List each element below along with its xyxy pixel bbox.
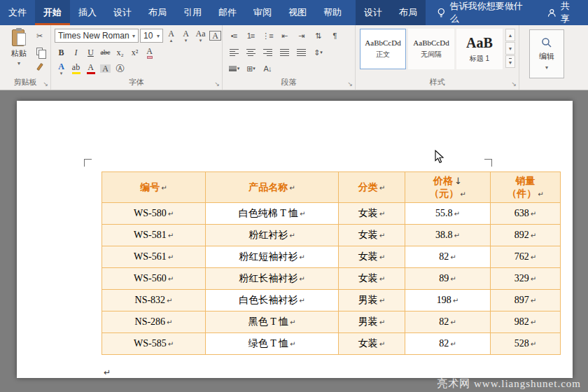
superscript-button[interactable]: x²: [128, 46, 141, 59]
styles-dialog-launcher-icon[interactable]: ↘: [511, 81, 517, 88]
col-header-category[interactable]: 分类↵: [339, 172, 405, 203]
cell[interactable]: 89↵: [405, 268, 491, 290]
bold-button[interactable]: B: [55, 46, 68, 59]
cell[interactable]: 白色纯棉 T 恤↵: [206, 203, 339, 225]
gallery-scroll-up-button[interactable]: ▴: [505, 29, 515, 41]
cell[interactable]: 绿色 T 恤↵: [206, 333, 339, 355]
share-button[interactable]: 共享: [538, 0, 588, 25]
tab-insert[interactable]: 插入: [70, 0, 105, 25]
cell[interactable]: 982↵: [491, 312, 561, 333]
col-header-product[interactable]: 产品名称↵: [206, 172, 339, 203]
text-effects-button[interactable]: A ▾: [55, 62, 68, 76]
cell[interactable]: 762↵: [491, 246, 561, 268]
cell[interactable]: WS-581↵: [102, 225, 206, 246]
paragraph-dialog-launcher-icon[interactable]: ↘: [347, 81, 353, 88]
tab-home[interactable]: 开始: [35, 0, 70, 25]
tab-review[interactable]: 审阅: [245, 0, 280, 25]
cell[interactable]: NS-286↵: [102, 312, 206, 333]
cell[interactable]: 897↵: [491, 290, 561, 312]
change-case-button[interactable]: Aa ▾: [194, 29, 207, 43]
align-right-button[interactable]: [260, 46, 274, 59]
style-normal[interactable]: AaBbCcDd 正文: [360, 29, 406, 69]
style-no-spacing[interactable]: AaBbCcDd 无间隔: [408, 29, 454, 69]
cell[interactable]: 892↵: [491, 225, 561, 246]
copy-button[interactable]: [33, 45, 46, 58]
character-border-button[interactable]: A: [209, 29, 222, 43]
cell[interactable]: 82↵: [405, 312, 491, 333]
subscript-button[interactable]: x₂: [113, 46, 127, 59]
cell[interactable]: 粉红衬衫↵: [206, 225, 339, 246]
multilevel-list-button[interactable]: ⋮≡: [260, 29, 274, 43]
shrink-font-button[interactable]: A ▾: [179, 29, 192, 43]
align-center-button[interactable]: [244, 46, 258, 59]
tab-layout[interactable]: 布局: [140, 0, 175, 25]
cell[interactable]: WS-560↵: [102, 268, 206, 290]
decrease-indent-button[interactable]: ⇤: [277, 29, 291, 43]
tab-help[interactable]: 帮助: [315, 0, 350, 25]
style-heading-1[interactable]: AaB 标题 1: [456, 29, 503, 69]
bullets-button[interactable]: •≡: [227, 29, 241, 43]
cell[interactable]: WS-561↵: [102, 246, 206, 268]
show-marks-button[interactable]: ¶: [328, 29, 342, 43]
tab-file[interactable]: 文件: [0, 0, 35, 25]
cell[interactable]: NS-832↵: [102, 290, 206, 312]
cell[interactable]: 198↵: [405, 290, 491, 312]
borders-button[interactable]: ⊞ ▾: [244, 62, 258, 76]
cell[interactable]: WS-585↵: [102, 333, 206, 355]
cell[interactable]: 女装↵: [339, 333, 405, 355]
tell-me-box[interactable]: 告诉我你想要做什么: [428, 0, 538, 25]
character-shading-button[interactable]: A: [99, 62, 112, 76]
clear-formatting-button[interactable]: A: [143, 46, 156, 59]
cell[interactable]: 82↵: [405, 333, 491, 355]
gallery-scroll-down-button[interactable]: ▾: [505, 42, 515, 55]
font-color-button[interactable]: A: [84, 62, 97, 76]
tab-view[interactable]: 视图: [280, 0, 315, 25]
cell[interactable]: 男装↵: [339, 290, 405, 312]
cut-button[interactable]: ✂: [33, 29, 46, 43]
cell[interactable]: 粉红长袖衬衫↵: [206, 268, 339, 290]
gallery-more-button[interactable]: ▾: [505, 55, 515, 68]
cell[interactable]: 38.8↵: [405, 225, 491, 246]
underline-button[interactable]: U: [84, 46, 97, 59]
align-left-button[interactable]: [227, 46, 241, 59]
tab-table-design[interactable]: 设计: [356, 0, 391, 25]
cell[interactable]: 女装↵: [339, 225, 405, 246]
tab-table-layout[interactable]: 布局: [391, 0, 426, 25]
font-dialog-launcher-icon[interactable]: ↘: [214, 81, 220, 88]
clipboard-dialog-launcher-icon[interactable]: ↘: [43, 81, 48, 88]
grow-font-button[interactable]: A ▴: [164, 29, 178, 43]
font-size-combo[interactable]: 10 ▾: [140, 29, 163, 43]
cell[interactable]: 粉红短袖衬衫↵: [206, 246, 339, 268]
cell[interactable]: 白色长袖衬衫↵: [206, 290, 339, 312]
cell[interactable]: 638↵: [491, 203, 561, 225]
justify-button[interactable]: [277, 46, 291, 59]
cell[interactable]: 女装↵: [339, 246, 405, 268]
tab-design[interactable]: 设计: [105, 0, 140, 25]
cell[interactable]: 黑色 T 恤↵: [206, 312, 339, 333]
cell[interactable]: 女装↵: [339, 203, 405, 225]
cell[interactable]: 男装↵: [339, 312, 405, 333]
strikethrough-button[interactable]: abc: [99, 46, 112, 59]
increase-indent-button[interactable]: ⇥: [294, 29, 308, 43]
font-name-combo[interactable]: Times New Roman ▾: [55, 29, 139, 43]
cell[interactable]: 528↵: [491, 333, 561, 355]
tab-references[interactable]: 引用: [175, 0, 210, 25]
editing-button[interactable]: 编辑 ▾: [529, 29, 564, 78]
page[interactable]: 编号↵ 产品名称↵ 分类↵ 价格↓ （元）↵ 销量: [17, 101, 573, 378]
sort-button[interactable]: A↓: [260, 62, 274, 76]
line-spacing-button[interactable]: ⇕ ▾: [311, 46, 325, 59]
col-header-price[interactable]: 价格↓ （元）↵: [405, 172, 491, 203]
col-header-sales[interactable]: 销量 （件）↵: [491, 172, 561, 203]
cell[interactable]: 女装↵: [339, 268, 405, 290]
cell[interactable]: 329↵: [491, 268, 561, 290]
paste-button[interactable]: 粘贴 ▾: [4, 28, 34, 77]
cell[interactable]: 55.8↵: [405, 203, 491, 225]
distribute-button[interactable]: [294, 46, 308, 59]
numbering-button[interactable]: 1≡: [244, 29, 258, 43]
enclose-characters-button[interactable]: Ⓐ: [113, 62, 127, 76]
cell[interactable]: WS-580↵: [102, 203, 206, 225]
col-header-id[interactable]: 编号↵: [102, 172, 206, 203]
tab-mailings[interactable]: 邮件: [210, 0, 245, 25]
italic-button[interactable]: I: [69, 46, 83, 59]
shading-button[interactable]: ▾: [227, 62, 241, 76]
